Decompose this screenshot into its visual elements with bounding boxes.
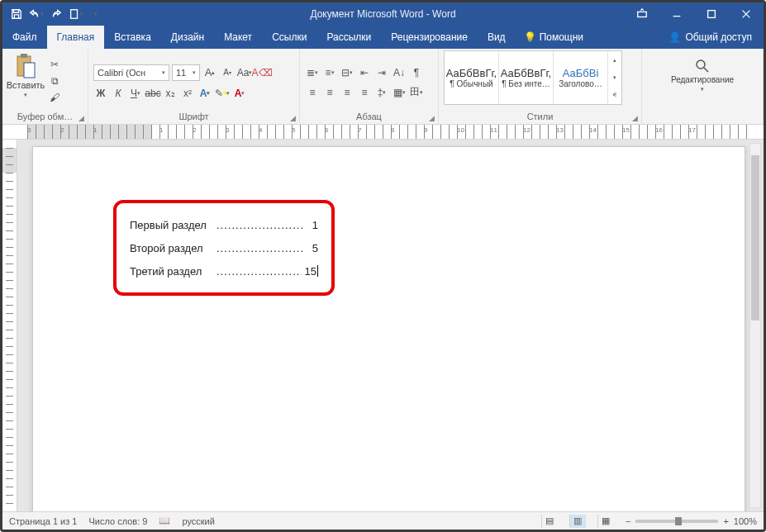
- styles-more-icon[interactable]: ⚟: [612, 92, 617, 98]
- align-center-icon[interactable]: ≡: [322, 85, 337, 100]
- paste-button[interactable]: Вставить▾: [7, 50, 44, 111]
- bold-button[interactable]: Ж: [93, 86, 108, 101]
- text-effects-icon[interactable]: A▾: [197, 86, 212, 101]
- clear-format-icon[interactable]: A⌫: [255, 65, 269, 80]
- toc-leader: ..............................: [216, 265, 302, 278]
- align-left-icon[interactable]: ≡: [305, 85, 320, 100]
- svg-point-9: [697, 60, 705, 69]
- scrollbar-vertical[interactable]: [749, 143, 761, 508]
- styles-up-icon[interactable]: ▴: [613, 57, 616, 64]
- increase-indent-icon[interactable]: ⇥: [374, 65, 389, 80]
- tab-mailings[interactable]: Рассылки: [316, 26, 381, 49]
- maximize-icon[interactable]: [694, 5, 729, 23]
- numbering-icon[interactable]: ≡▾: [322, 65, 337, 80]
- paste-label: Вставить: [7, 80, 45, 90]
- borders-icon[interactable]: 田▾: [409, 85, 424, 100]
- zoom-in-button[interactable]: +: [723, 516, 728, 526]
- undo-icon[interactable]: ▾: [27, 5, 45, 23]
- group-paragraph: ≣▾ ≡▾ ⊟▾ ⇤ ⇥ A↓ ¶ ≡ ≡ ≡ ≡ ‡▾ ▦▾ 田▾ Абзац…: [300, 49, 439, 124]
- change-case-icon[interactable]: Aa▾: [237, 65, 252, 80]
- decrease-indent-icon[interactable]: ⇤: [357, 65, 372, 80]
- tab-insert[interactable]: Вставка: [104, 26, 161, 49]
- zoom-level[interactable]: 100%: [734, 516, 757, 526]
- toc-label: Третий раздел: [130, 265, 216, 278]
- dialog-launcher-icon[interactable]: ◢: [632, 112, 638, 124]
- toc-leader: ...............................: [216, 219, 303, 231]
- superscript-button[interactable]: x²: [180, 86, 195, 101]
- cut-icon[interactable]: ✂: [47, 57, 62, 72]
- lightbulb-icon: 💡: [524, 31, 536, 43]
- print-layout-icon[interactable]: ▥: [569, 515, 586, 528]
- quick-access-toolbar: ▾ ▾ ▾: [2, 5, 105, 23]
- ruler-vertical[interactable]: [2, 140, 17, 511]
- toc-leader: ...............................: [216, 242, 303, 254]
- styles-down-icon[interactable]: ▾: [613, 74, 616, 81]
- status-page[interactable]: Страница 1 из 1: [9, 516, 77, 526]
- multilevel-icon[interactable]: ⊟▾: [340, 65, 354, 80]
- text-cursor: [317, 265, 318, 277]
- tab-home[interactable]: Главная: [47, 26, 105, 49]
- zoom-slider[interactable]: [635, 520, 718, 523]
- page[interactable]: Первый раздел ..........................…: [32, 146, 745, 511]
- format-painter-icon[interactable]: 🖌: [47, 90, 62, 105]
- dialog-launcher-icon[interactable]: ◢: [429, 112, 435, 124]
- styles-label: Стили: [527, 112, 554, 121]
- search-icon: [695, 59, 710, 74]
- tab-references[interactable]: Ссылки: [262, 26, 316, 49]
- zoom-out-button[interactable]: −: [626, 516, 630, 526]
- styles-gallery[interactable]: АаБбВвГг,¶ Обычный АаБбВвГг,¶ Без инте… …: [444, 50, 622, 105]
- underline-button[interactable]: Ч▾: [128, 86, 143, 101]
- style-normal[interactable]: АаБбВвГг,¶ Обычный: [445, 51, 499, 104]
- tab-review[interactable]: Рецензирование: [381, 26, 478, 49]
- subscript-button[interactable]: x₂: [163, 86, 178, 101]
- spellcheck-icon[interactable]: 📖: [159, 515, 170, 526]
- svg-rect-7: [21, 54, 27, 58]
- justify-icon[interactable]: ≡: [357, 85, 372, 100]
- font-name-select[interactable]: Calibri (Осн▾: [93, 64, 169, 81]
- dialog-launcher-icon[interactable]: ◢: [79, 112, 84, 124]
- read-mode-icon[interactable]: ▤: [541, 515, 558, 528]
- show-marks-icon[interactable]: ¶: [409, 65, 424, 80]
- highlight-icon[interactable]: ✎▾: [215, 86, 230, 101]
- align-right-icon[interactable]: ≡: [340, 85, 354, 100]
- tab-design[interactable]: Дизайн: [161, 26, 214, 49]
- tab-layout[interactable]: Макет: [214, 26, 262, 49]
- share-button[interactable]: 👤Общий доступ: [657, 31, 764, 43]
- status-words[interactable]: Число слов: 9: [88, 516, 147, 526]
- qa-customize-icon[interactable]: ▾: [87, 5, 105, 23]
- toc-row: Первый раздел ..........................…: [130, 213, 318, 236]
- web-layout-icon[interactable]: ▦: [597, 515, 614, 528]
- shrink-font-icon[interactable]: A▾: [220, 65, 235, 80]
- status-bar: Страница 1 из 1 Число слов: 9 📖 русский …: [2, 511, 764, 530]
- new-doc-icon[interactable]: ▾: [67, 5, 85, 23]
- tab-view[interactable]: Вид: [478, 26, 516, 49]
- save-icon[interactable]: [7, 5, 26, 23]
- group-styles: АаБбВвГг,¶ Обычный АаБбВвГг,¶ Без инте… …: [439, 49, 642, 124]
- grow-font-icon[interactable]: A▴: [202, 65, 217, 80]
- ribbon-options-icon[interactable]: [625, 5, 659, 23]
- close-icon[interactable]: [729, 5, 764, 23]
- svg-rect-0: [71, 10, 78, 19]
- document-area: Первый раздел ..........................…: [2, 140, 764, 511]
- italic-button[interactable]: К: [111, 86, 126, 101]
- font-size-select[interactable]: 11▾: [172, 64, 200, 81]
- redo-icon[interactable]: [47, 5, 65, 23]
- font-color-icon[interactable]: A▾: [232, 86, 247, 101]
- dialog-launcher-icon[interactable]: ◢: [290, 112, 296, 124]
- sort-icon[interactable]: A↓: [392, 65, 407, 80]
- minimize-icon[interactable]: [659, 5, 694, 23]
- ruler-horizontal[interactable]: 3211234567891011121314151617: [2, 125, 764, 140]
- style-no-spacing[interactable]: АаБбВвГг,¶ Без инте…: [499, 51, 554, 104]
- copy-icon[interactable]: ⧉: [47, 74, 62, 88]
- toc-page: 15: [302, 265, 316, 278]
- find-button[interactable]: Редактирование▾: [671, 55, 734, 93]
- shading-icon[interactable]: ▦▾: [392, 85, 407, 100]
- line-spacing-icon[interactable]: ‡▾: [374, 85, 389, 100]
- strike-button[interactable]: abc: [145, 86, 160, 101]
- tab-file[interactable]: Файл: [2, 26, 47, 49]
- share-label: Общий доступ: [685, 31, 752, 43]
- status-language[interactable]: русский: [182, 516, 214, 526]
- tell-me[interactable]: 💡Помощни: [516, 31, 592, 43]
- style-heading1[interactable]: АаБбВіЗаголово…: [554, 51, 608, 104]
- bullets-icon[interactable]: ≣▾: [305, 65, 320, 80]
